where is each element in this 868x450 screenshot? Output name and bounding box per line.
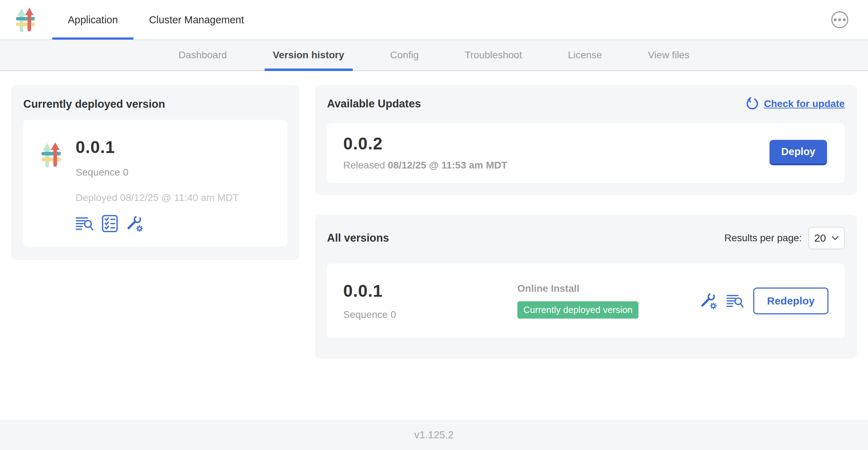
console-version: v1.125.2 bbox=[414, 429, 453, 441]
results-per-page-label: Results per page: bbox=[724, 232, 802, 244]
row-version-block: 0.0.1 Sequence 0 bbox=[343, 281, 517, 320]
deploy-button[interactable]: Deploy bbox=[769, 140, 827, 165]
config-wrench-icon[interactable] bbox=[126, 215, 143, 232]
released-timestamp: 08/12/25 @ 11:53 am MDT bbox=[388, 160, 507, 171]
check-for-update-link[interactable]: Check for update bbox=[745, 97, 845, 111]
top-tabs: Application Cluster Management bbox=[52, 0, 260, 40]
released-prefix: Released bbox=[343, 160, 388, 171]
update-info: 0.0.2 Released 08/12/25 @ 11:53 am MDT bbox=[343, 134, 507, 171]
row-install-type: Online Install bbox=[517, 283, 638, 294]
row-version-number: 0.0.1 bbox=[343, 281, 517, 301]
currently-deployed-title: Currently deployed version bbox=[23, 98, 287, 111]
deployed-version-number: 0.0.1 bbox=[76, 137, 239, 157]
available-updates-panel: Available Updates Check for update 0.0.2… bbox=[315, 85, 857, 195]
deployed-action-icons bbox=[76, 215, 239, 232]
main-content: Currently deployed version 0.0.1 Sequenc… bbox=[0, 71, 868, 420]
top-header: Application Cluster Management bbox=[0, 0, 868, 40]
row-actions: Redeploy bbox=[700, 288, 828, 314]
chevron-down-icon bbox=[832, 236, 839, 241]
redeploy-button[interactable]: Redeploy bbox=[753, 288, 828, 314]
deployed-timestamp: Deployed 08/12/25 @ 11:40 am MDT bbox=[76, 192, 239, 203]
config-wrench-icon[interactable] bbox=[700, 292, 717, 310]
subnav-item-dashboard[interactable]: Dashboard bbox=[179, 40, 227, 70]
subnav-item-version-history[interactable]: Version history bbox=[273, 40, 344, 70]
diff-logs-icon[interactable] bbox=[726, 293, 744, 309]
currently-deployed-badge: Currently deployed version bbox=[517, 301, 638, 319]
tab-application[interactable]: Application bbox=[52, 0, 133, 40]
available-update-card: 0.0.2 Released 08/12/25 @ 11:53 am MDT D… bbox=[327, 123, 845, 183]
header-right bbox=[831, 0, 868, 40]
all-versions-title: All versions bbox=[327, 232, 389, 244]
subnav-item-troubleshoot[interactable]: Troubleshoot bbox=[465, 40, 522, 70]
check-for-update-label: Check for update bbox=[764, 98, 845, 109]
ellipsis-menu-icon[interactable] bbox=[831, 11, 848, 28]
row-sequence: Sequence 0 bbox=[343, 309, 517, 320]
currently-deployed-panel: Currently deployed version 0.0.1 Sequenc… bbox=[11, 85, 299, 260]
deployed-sequence: Sequence 0 bbox=[76, 167, 239, 178]
available-updates-header: Available Updates Check for update bbox=[327, 97, 845, 111]
row-status-block: Online Install Currently deployed versio… bbox=[517, 283, 638, 319]
update-version-number: 0.0.2 bbox=[343, 134, 507, 153]
deployed-info: 0.0.1 Sequence 0 Deployed 08/12/25 @ 11:… bbox=[76, 130, 239, 232]
all-versions-panel: All versions Results per page: 20 0.0.1 … bbox=[315, 215, 857, 359]
version-row: 0.0.1 Sequence 0 Online Install Currentl… bbox=[327, 264, 845, 338]
right-column: Available Updates Check for update 0.0.2… bbox=[315, 85, 857, 359]
app-footer: v1.125.2 bbox=[0, 420, 868, 450]
results-per-page: Results per page: 20 bbox=[724, 227, 845, 249]
available-updates-title: Available Updates bbox=[327, 97, 421, 110]
diff-logs-icon[interactable] bbox=[76, 215, 94, 232]
update-released-line: Released 08/12/25 @ 11:53 am MDT bbox=[343, 160, 507, 171]
results-per-page-select[interactable]: 20 bbox=[808, 227, 845, 249]
subnav-item-view-files[interactable]: View files bbox=[648, 40, 690, 70]
app-arrows-logo-icon bbox=[40, 139, 63, 171]
app-arrows-logo-icon bbox=[14, 7, 37, 32]
subnav-item-license[interactable]: License bbox=[568, 40, 602, 70]
refresh-icon bbox=[745, 97, 759, 111]
app-subnav: Dashboard Version history Config Trouble… bbox=[0, 40, 868, 71]
results-per-page-value: 20 bbox=[814, 232, 826, 244]
subnav-item-config[interactable]: Config bbox=[390, 40, 419, 70]
all-versions-header: All versions Results per page: 20 bbox=[327, 227, 845, 249]
preflight-checklist-icon[interactable] bbox=[102, 215, 118, 232]
tab-cluster-management[interactable]: Cluster Management bbox=[133, 0, 260, 40]
currently-deployed-card: 0.0.1 Sequence 0 Deployed 08/12/25 @ 11:… bbox=[23, 120, 287, 247]
